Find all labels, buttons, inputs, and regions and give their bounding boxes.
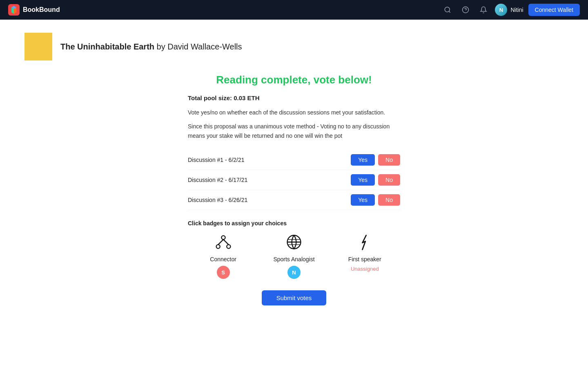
book-title-bold: The Uninhabitable Earth <box>60 42 154 51</box>
svg-line-2 <box>449 11 450 12</box>
badges-row: Connector S Sports Analogist N <box>188 233 400 279</box>
avatar: N <box>495 4 507 16</box>
discussion-3-label: Discussion #3 - 6/26/21 <box>188 197 247 203</box>
voting-heading: Reading complete, vote below! <box>188 74 400 86</box>
sports-label: Sports Analogist <box>273 256 314 263</box>
discussion-2-votes: Yes No <box>351 174 400 186</box>
sports-icon <box>285 233 303 253</box>
book-cover <box>24 33 52 61</box>
bell-icon <box>480 6 487 13</box>
discussion-3-votes: Yes No <box>351 194 400 206</box>
svg-point-7 <box>227 245 230 249</box>
svg-point-1 <box>445 7 450 12</box>
logo-icon <box>8 4 20 16</box>
voting-panel: Reading complete, vote below! Total pool… <box>188 74 400 305</box>
badge-connector[interactable]: Connector S <box>188 233 258 279</box>
main-content: The Uninhabitable Earth by David Wallace… <box>0 20 588 319</box>
speaker-icon <box>356 233 374 253</box>
svg-point-5 <box>221 236 225 240</box>
app-logo[interactable]: BookBound <box>8 4 60 16</box>
svg-line-8 <box>218 240 223 245</box>
discussion-1-yes[interactable]: Yes <box>351 154 375 166</box>
navbar: BookBound N Nitini Connect Wallet <box>0 0 588 20</box>
username: Nitini <box>510 7 523 13</box>
discussion-1-no[interactable]: No <box>378 154 400 166</box>
submit-area: Submit votes <box>188 290 400 305</box>
app-name: BookBound <box>23 6 60 13</box>
search-button[interactable] <box>441 3 454 16</box>
discussion-row: Discussion #3 - 6/26/21 Yes No <box>188 190 400 210</box>
book-title: The Uninhabitable Earth by David Wallace… <box>60 42 242 52</box>
speaker-assignee[interactable]: Unassigned <box>351 266 379 272</box>
help-button[interactable] <box>459 3 472 16</box>
connector-icon <box>214 233 232 253</box>
discussion-row: Discussion #2 - 6/17/21 Yes No <box>188 170 400 190</box>
discussion-3-no[interactable]: No <box>378 194 400 206</box>
book-title-rest: by David Wallace-Wells <box>154 42 242 51</box>
notifications-button[interactable] <box>477 3 490 16</box>
discussion-2-no[interactable]: No <box>378 174 400 186</box>
badge-speaker[interactable]: First speaker Unassigned <box>330 233 400 279</box>
user-menu[interactable]: N Nitini <box>495 4 523 16</box>
connector-assignee[interactable]: S <box>217 266 230 279</box>
pool-size: Total pool size: 0.03 ETH <box>188 94 400 101</box>
discussion-2-label: Discussion #2 - 6/17/21 <box>188 177 247 183</box>
badges-label: Click badges to assign your choices <box>188 220 400 227</box>
discussion-1-votes: Yes No <box>351 154 400 166</box>
vote-description-2: Since this proposal was a unanimous vote… <box>188 122 400 140</box>
sports-assignee[interactable]: N <box>287 266 301 279</box>
discussion-row: Discussion #1 - 6/2/21 Yes No <box>188 150 400 170</box>
discussion-1-label: Discussion #1 - 6/2/21 <box>188 157 245 163</box>
discussion-2-yes[interactable]: Yes <box>351 174 375 186</box>
svg-point-6 <box>216 245 220 249</box>
vote-description-1: Vote yes/no on whether each of the discu… <box>188 108 400 117</box>
discussion-3-yes[interactable]: Yes <box>351 194 375 206</box>
speaker-label: First speaker <box>348 256 381 263</box>
connector-label: Connector <box>210 256 236 263</box>
discussions-list: Discussion #1 - 6/2/21 Yes No Discussion… <box>188 150 400 210</box>
search-icon <box>444 6 451 13</box>
help-icon <box>462 6 469 13</box>
book-header: The Uninhabitable Earth by David Wallace… <box>24 33 564 61</box>
badge-sports[interactable]: Sports Analogist N <box>258 233 329 279</box>
submit-votes-button[interactable]: Submit votes <box>262 290 327 305</box>
connect-wallet-button[interactable]: Connect Wallet <box>528 4 580 16</box>
svg-line-9 <box>223 240 229 245</box>
